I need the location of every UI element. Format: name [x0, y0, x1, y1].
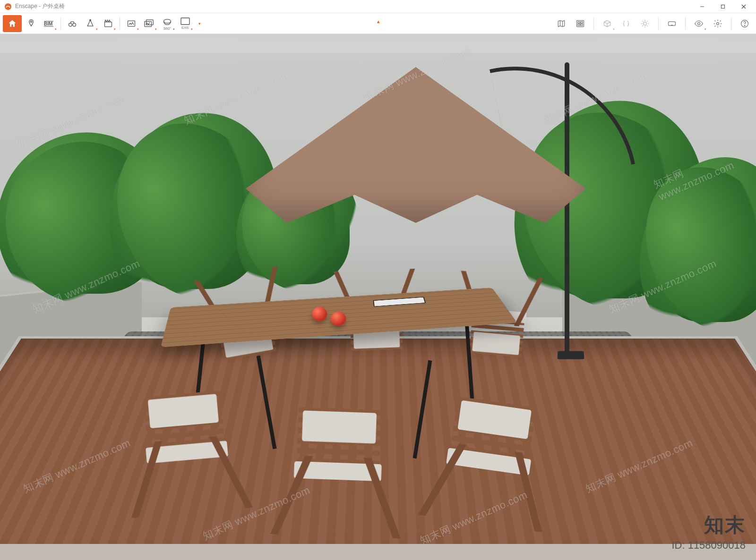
asset-library-button[interactable] — [572, 15, 589, 32]
svg-point-23 — [644, 22, 647, 25]
svg-rect-20 — [581, 21, 583, 23]
minimize-button[interactable] — [692, 0, 713, 13]
svg-point-10 — [73, 23, 76, 26]
home-button[interactable] — [3, 15, 22, 32]
svg-rect-19 — [578, 21, 580, 23]
collapse-toolbar-icon[interactable]: ▴ — [377, 18, 380, 25]
scene-apple — [331, 312, 346, 326]
settings-button[interactable] — [709, 15, 726, 32]
svg-point-16 — [164, 19, 171, 23]
view-settings-button[interactable]: ▾ — [690, 15, 707, 32]
svg-point-9 — [69, 23, 72, 26]
map-button[interactable] — [553, 15, 570, 32]
help-button[interactable] — [736, 15, 753, 32]
svg-rect-2 — [722, 5, 725, 8]
svg-rect-21 — [578, 24, 580, 25]
overflow-button[interactable]: ▾ — [195, 15, 204, 32]
video-button[interactable]: ▾ — [100, 15, 117, 32]
main-toolbar: BIM ▾ ▾ ▾ ▾ ▾ 360° ▾ — [0, 13, 756, 34]
mirror-button[interactable] — [618, 15, 635, 32]
bim-button[interactable]: BIM ▾ — [41, 15, 58, 32]
watermark-credit: 知末 ID: 1158090018 — [671, 512, 746, 552]
pin-button[interactable] — [23, 15, 40, 32]
screenshot-button[interactable]: ▾ — [123, 15, 140, 32]
svg-point-26 — [717, 22, 719, 25]
maximize-button[interactable] — [713, 0, 733, 13]
exe-label: EXE — [181, 25, 189, 30]
watermark-brand: 知末 — [671, 512, 746, 538]
scene-chair — [429, 387, 550, 531]
window-title: Enscape - 户外桌椅 — [15, 2, 692, 10]
perspective-button[interactable]: ▾ — [82, 15, 99, 32]
svg-point-28 — [744, 25, 745, 25]
batch-render-button[interactable]: ▾ — [141, 15, 158, 32]
scene-chair — [282, 399, 394, 538]
watermark-id: ID: 1158090018 — [671, 539, 746, 552]
window-titlebar: Enscape - 户外桌椅 — [0, 0, 756, 13]
watermark-id-label: ID: — [671, 539, 685, 551]
svg-text:BIM: BIM — [44, 21, 52, 26]
svg-point-0 — [5, 3, 11, 10]
scene-umbrella-base — [558, 351, 584, 359]
svg-point-5 — [30, 21, 32, 22]
watermark-id-value: 1158090018 — [688, 539, 746, 551]
scene-plant — [652, 176, 756, 322]
vr-button[interactable] — [663, 15, 680, 32]
panorama-button[interactable]: 360° ▾ — [159, 15, 176, 32]
bounding-box-button[interactable]: ▾ — [599, 15, 616, 32]
svg-rect-22 — [581, 24, 583, 25]
export-exe-button[interactable]: EXE ▾ — [177, 15, 194, 32]
svg-rect-13 — [128, 21, 135, 26]
sun-button[interactable] — [636, 15, 653, 32]
svg-point-11 — [90, 19, 91, 21]
panorama-label: 360° — [163, 26, 172, 31]
app-logo-icon — [4, 2, 12, 11]
svg-rect-12 — [105, 22, 112, 26]
window-controls — [692, 0, 754, 13]
svg-rect-17 — [181, 18, 189, 25]
svg-point-25 — [698, 22, 700, 25]
close-button[interactable] — [733, 0, 754, 13]
scene-umbrella-pole — [565, 62, 569, 355]
scene-chair — [131, 382, 242, 517]
render-viewport[interactable]: 知末网 www.znzmo.com 知末网 www.znzmo.com 知末网 … — [0, 34, 756, 560]
scene-apple — [312, 307, 327, 321]
binoculars-button[interactable] — [64, 15, 81, 32]
